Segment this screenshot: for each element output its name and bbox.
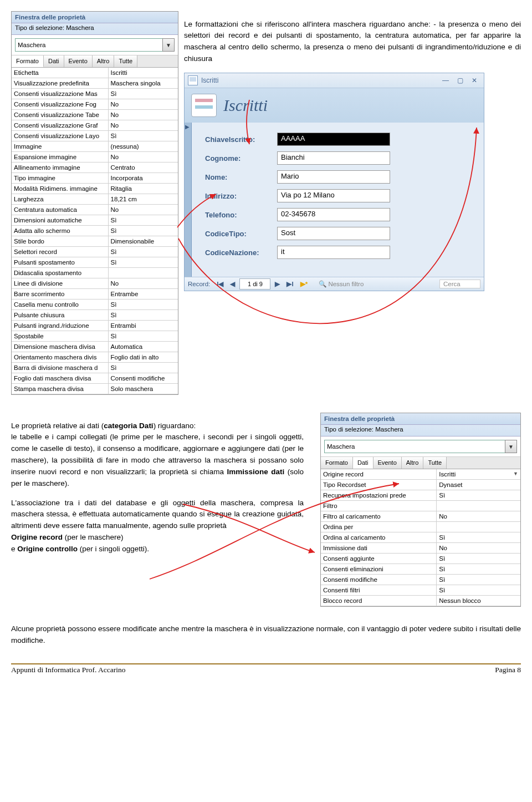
minimize-icon[interactable]: — <box>439 75 452 85</box>
filter-status[interactable]: 🔍 Nessun filtro <box>319 280 364 288</box>
field-value[interactable]: it <box>277 246 390 259</box>
form-icon <box>188 75 198 85</box>
field-value[interactable]: 02-345678 <box>277 208 390 221</box>
maximize-icon[interactable]: ▢ <box>454 75 466 85</box>
tab2-dati[interactable]: Dati <box>353 457 374 469</box>
property-row[interactable]: Blocco recordNessun blocco <box>321 596 520 606</box>
property-row[interactable]: Origine recordIscritti▼ <box>321 469 520 480</box>
property-row[interactable]: Barra di divisione maschera dSì <box>12 363 178 373</box>
tab-altro[interactable]: Altro <box>93 55 115 67</box>
dropdown-icon[interactable]: ▼ <box>162 38 175 52</box>
paragraph-dati-2: L'associazione tra i dati del database e… <box>11 498 304 556</box>
property-row[interactable]: Espansione immagineNo <box>12 152 178 163</box>
property-row[interactable]: Consenti modificheSì <box>321 575 520 585</box>
tab2-formato[interactable]: Formato <box>321 457 353 469</box>
tab-evento[interactable]: Evento <box>64 55 93 67</box>
footer-right: Pagina 8 <box>495 666 521 674</box>
property-sheet-subtitle: Tipo di selezione: Maschera <box>12 23 178 35</box>
property-row[interactable]: Consenti eliminazioniSì <box>321 564 520 575</box>
property-row[interactable]: Barre scorrimentoEntrambe <box>12 289 178 300</box>
form-titlebar: Iscritti — ▢ ✕ <box>185 73 484 88</box>
property-row[interactable]: Didascalia spostamento <box>12 268 178 278</box>
tab-tutte[interactable]: Tutte <box>114 55 137 67</box>
property-row[interactable]: Consenti filtriSì <box>321 585 520 596</box>
form-large-icon <box>191 94 217 117</box>
property-row[interactable]: Tipo RecordsetDynaset <box>321 480 520 490</box>
form-field-row: CodiceNazione:it <box>205 246 474 259</box>
tab2-tutte[interactable]: Tutte <box>423 457 447 469</box>
property-row[interactable]: Stampa maschera divisaSolo maschera <box>12 384 178 394</box>
property-row[interactable]: Larghezza18,21 cm <box>12 194 178 205</box>
search-box[interactable]: Cerca <box>439 280 480 288</box>
field-value[interactable]: Mario <box>277 170 390 184</box>
property-row[interactable]: Dimensione maschera divisaAutomatica <box>12 342 178 352</box>
paragraph-dati-1: Le proprietà relative ai dati (categoria… <box>11 420 304 490</box>
tab-formato[interactable]: Formato <box>12 55 44 67</box>
property-row[interactable]: SpostabileSì <box>12 331 178 342</box>
object-selector-input[interactable] <box>15 38 163 52</box>
origine-record-dropdown-icon[interactable]: ▼ <box>513 471 518 478</box>
property-row[interactable]: Immagine(nessuna) <box>12 141 178 152</box>
property-row[interactable]: Recupera impostazioni predeSì <box>321 490 520 501</box>
property-row[interactable]: Consenti visualizzazione GrafNo <box>12 120 178 131</box>
field-label: ChiaveIscritto: <box>205 135 277 144</box>
property-row[interactable]: Dimensioni automaticheSì <box>12 215 178 226</box>
tab2-altro[interactable]: Altro <box>402 457 424 469</box>
property-sheet-title: Finestra delle proprietà <box>12 12 178 23</box>
property-row[interactable]: Casella menu controlloSì <box>12 300 178 310</box>
property-row[interactable]: Consenti visualizzazione LayoSì <box>12 131 178 141</box>
form-field-row: Telefono:02-345678 <box>205 208 474 221</box>
record-position-input[interactable] <box>239 278 270 290</box>
record-selector-bar[interactable]: ▶ <box>185 123 192 277</box>
property-row[interactable]: Consenti visualizzazione MasSì <box>12 89 178 99</box>
property-row[interactable]: Centratura automaticaNo <box>12 205 178 215</box>
object-selector2-input[interactable] <box>324 440 505 453</box>
property-row[interactable]: Ordina al caricamentoSì <box>321 532 520 543</box>
property-sheet-dati: Finestra delle proprietà Tipo di selezio… <box>320 413 521 607</box>
property-row[interactable]: Immissione datiNo <box>321 543 520 554</box>
property-row[interactable]: Linee di divisioneNo <box>12 278 178 289</box>
property-row[interactable]: EtichettaIscritti <box>12 68 178 78</box>
field-label: Indirizzo: <box>205 192 277 200</box>
property-row[interactable]: Consenti aggiunteSì <box>321 554 520 564</box>
nav-new-icon[interactable]: ▶* <box>298 280 310 288</box>
property-row[interactable]: Tipo immagineIncorporata <box>12 173 178 184</box>
nav-prev-icon[interactable]: ◀ <box>228 280 237 288</box>
field-label: Cognome: <box>205 154 277 163</box>
property-row[interactable]: Consenti visualizzazione FogNo <box>12 99 178 110</box>
tab2-evento[interactable]: Evento <box>374 457 402 469</box>
property-row[interactable]: Pulsanti spostamentoSì <box>12 257 178 268</box>
property-row[interactable]: Modalità Ridimens. immagineRitaglia <box>12 184 178 194</box>
close-icon[interactable]: ✕ <box>468 75 480 85</box>
property-row[interactable]: Filtro <box>321 501 520 511</box>
field-label: Telefono: <box>205 211 277 219</box>
property-row[interactable]: Visualizzazione predefinitaMaschera sing… <box>12 78 178 89</box>
tab-dati[interactable]: Dati <box>44 55 64 67</box>
property-table2: Origine recordIscritti▼Tipo RecordsetDyn… <box>321 469 520 606</box>
property-row[interactable]: Adatta allo schermoSì <box>12 226 178 236</box>
field-label: CodiceNazione: <box>205 248 277 257</box>
dropdown2-icon[interactable]: ▼ <box>505 440 517 453</box>
field-value[interactable]: Via po 12 Milano <box>277 189 390 202</box>
property-row[interactable]: Foglio dati maschera divisaConsenti modi… <box>12 373 178 384</box>
field-value[interactable]: Bianchi <box>277 151 390 165</box>
property-row[interactable]: Stile bordoDimensionabile <box>12 236 178 247</box>
property-row[interactable]: Filtro al caricamentoNo <box>321 511 520 522</box>
property-tabs2: FormatoDatiEventoAltroTutte <box>321 456 520 469</box>
nav-last-icon[interactable]: ▶I <box>284 280 295 288</box>
property-row[interactable]: Pulsante chiusuraSì <box>12 310 178 321</box>
form-header-title: Iscritti <box>223 96 268 115</box>
page-footer: Appunti di Informatica Prof. Accarino Pa… <box>11 663 521 674</box>
form-header: Iscritti <box>185 88 484 123</box>
field-value[interactable]: Sost <box>277 227 390 240</box>
nav-next-icon[interactable]: ▶ <box>273 280 282 288</box>
property-row[interactable]: Allineamento immagineCentrato <box>12 163 178 173</box>
field-value[interactable]: AAAAA <box>277 133 390 146</box>
property-row[interactable]: Ordina per <box>321 522 520 532</box>
property-row[interactable]: Orientamento maschera divisFoglio dati i… <box>12 352 178 363</box>
property-row[interactable]: Consenti visualizzazione TabeNo <box>12 110 178 120</box>
nav-first-icon[interactable]: I◀ <box>214 280 226 288</box>
property-row[interactable]: Selettori recordSì <box>12 247 178 257</box>
property-row[interactable]: Pulsanti ingrand./riduzioneEntrambi <box>12 321 178 331</box>
paragraph-final: Alcune proprietà possono essere modifica… <box>11 623 521 647</box>
